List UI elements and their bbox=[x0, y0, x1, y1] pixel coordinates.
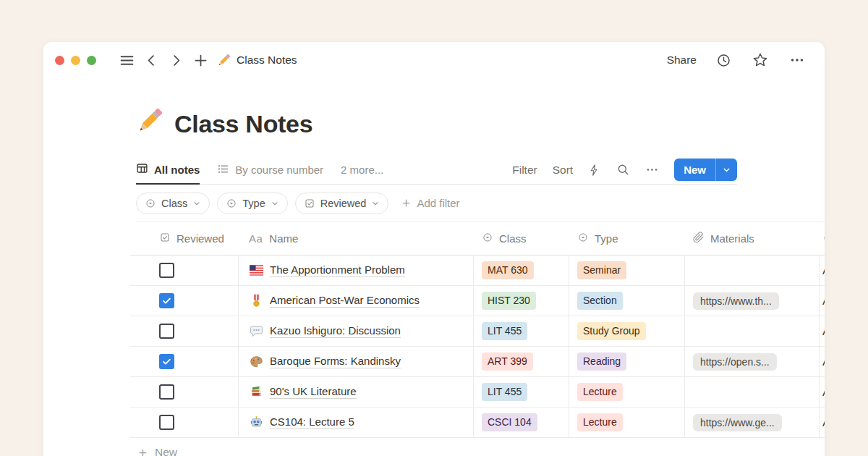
view-options-icon[interactable] bbox=[645, 163, 659, 177]
page-name-link[interactable]: 90's UK Literature bbox=[270, 385, 357, 399]
materials-link[interactable]: https://www.th... bbox=[693, 292, 779, 310]
materials-cell[interactable]: https://www.th... bbox=[685, 286, 820, 316]
back-icon[interactable] bbox=[141, 50, 161, 70]
add-filter-button[interactable]: Add filter bbox=[401, 197, 459, 209]
filter-chip-class[interactable]: Class bbox=[136, 193, 210, 214]
type-cell[interactable]: Seminar bbox=[569, 256, 685, 285]
reviewed-checkbox[interactable] bbox=[159, 415, 174, 430]
column-label: Class bbox=[499, 232, 527, 245]
select-property-icon bbox=[822, 232, 825, 246]
reviewed-checkbox[interactable] bbox=[159, 384, 174, 400]
materials-link[interactable]: https://open.s... bbox=[693, 353, 777, 371]
new-row-button[interactable]: New bbox=[130, 438, 825, 456]
breadcrumb[interactable]: Class Notes bbox=[216, 53, 297, 67]
name-cell[interactable]: 90's UK Literature bbox=[239, 377, 474, 407]
filter-chip-type[interactable]: Type bbox=[217, 193, 287, 214]
column-header-class[interactable]: Class bbox=[474, 222, 569, 255]
reviewed-cell bbox=[130, 408, 239, 437]
materials-cell[interactable] bbox=[685, 377, 820, 407]
table-row[interactable]: Kazuo Ishiguro: Discussion LIT 455 Study… bbox=[130, 316, 825, 347]
class-cell[interactable]: ART 399 bbox=[474, 347, 569, 376]
sort-button[interactable]: Sort bbox=[553, 164, 573, 177]
page-name-link[interactable]: The Apportionment Problem bbox=[270, 263, 405, 277]
page-name-link[interactable]: American Post-War Economics bbox=[270, 294, 420, 308]
more-options-icon[interactable] bbox=[787, 50, 807, 70]
new-row-label: New bbox=[155, 446, 177, 456]
type-cell[interactable]: Lecture bbox=[569, 377, 685, 407]
name-cell[interactable]: CS104: Lecture 5 bbox=[239, 408, 474, 437]
class-tag: LIT 455 bbox=[482, 383, 527, 400]
class-cell[interactable]: CSCI 104 bbox=[474, 408, 569, 437]
class-cell[interactable]: HIST 230 bbox=[474, 286, 569, 316]
reviewed-checkbox[interactable] bbox=[159, 263, 174, 278]
page-title-text: Class Notes bbox=[174, 110, 312, 138]
favorite-star-icon[interactable] bbox=[750, 50, 770, 70]
table-row[interactable]: American Post-War Economics HIST 230 Sec… bbox=[130, 286, 825, 316]
reviewed-cell bbox=[130, 377, 239, 407]
clipped-cell: A bbox=[820, 347, 825, 376]
class-cell[interactable]: LIT 455 bbox=[474, 316, 569, 346]
forward-icon[interactable] bbox=[166, 50, 186, 70]
type-cell[interactable]: Section bbox=[569, 286, 685, 316]
chevron-down-icon bbox=[371, 199, 380, 208]
materials-cell[interactable]: https://open.s... bbox=[685, 347, 820, 376]
filter-button[interactable]: Filter bbox=[512, 164, 537, 177]
column-header-materials[interactable]: Materials bbox=[685, 222, 820, 255]
new-tab-icon[interactable] bbox=[190, 50, 210, 70]
share-button[interactable]: Share bbox=[667, 54, 697, 67]
zoom-window-button[interactable] bbox=[87, 56, 96, 65]
clipped-text: A bbox=[822, 355, 825, 368]
chevron-down-icon bbox=[192, 199, 201, 208]
page-title: Class Notes bbox=[136, 107, 825, 140]
page-name-link[interactable]: Baroque Forms: Kandinsky bbox=[270, 355, 401, 368]
tab-more-views[interactable]: 2 more... bbox=[341, 156, 383, 184]
tab-all-notes[interactable]: All notes bbox=[136, 156, 200, 185]
name-cell[interactable]: The Apportionment Problem bbox=[239, 256, 474, 285]
name-cell[interactable]: Baroque Forms: Kandinsky bbox=[239, 347, 474, 376]
tab-label: All notes bbox=[154, 164, 200, 176]
type-cell[interactable]: Study Group bbox=[569, 316, 685, 346]
table-row[interactable]: 90's UK Literature LIT 455 Lecture A bbox=[130, 377, 825, 408]
minimize-window-button[interactable] bbox=[71, 56, 80, 65]
column-header-reviewed[interactable]: Reviewed bbox=[130, 222, 239, 255]
page-name-link[interactable]: CS104: Lecture 5 bbox=[270, 415, 354, 429]
automation-lightning-icon[interactable] bbox=[588, 164, 601, 177]
name-cell[interactable]: Kazuo Ishiguro: Discussion bbox=[239, 316, 474, 346]
new-button[interactable]: New bbox=[674, 159, 737, 181]
table-row[interactable]: CS104: Lecture 5 CSCI 104 Lecture https:… bbox=[130, 408, 825, 438]
table-row[interactable]: Baroque Forms: Kandinsky ART 399 Reading… bbox=[130, 347, 825, 377]
materials-cell[interactable] bbox=[685, 256, 820, 285]
new-button-label[interactable]: New bbox=[674, 159, 715, 181]
materials-cell[interactable] bbox=[685, 316, 820, 346]
class-cell[interactable]: LIT 455 bbox=[474, 377, 569, 407]
materials-cell[interactable]: https://www.ge... bbox=[685, 408, 820, 437]
search-icon[interactable] bbox=[616, 163, 630, 177]
filter-chip-reviewed[interactable]: Reviewed bbox=[295, 193, 389, 214]
type-tag: Reading bbox=[577, 352, 626, 370]
reviewed-checkbox[interactable] bbox=[159, 293, 174, 308]
tab-by-course-number[interactable]: By course number bbox=[217, 156, 323, 184]
type-tag: Lecture bbox=[577, 413, 623, 431]
column-label: Type bbox=[595, 232, 618, 245]
clipped-text: A bbox=[822, 295, 825, 307]
close-window-button[interactable] bbox=[55, 56, 64, 65]
materials-link[interactable]: https://www.ge... bbox=[693, 414, 782, 431]
type-cell[interactable]: Lecture bbox=[569, 408, 685, 437]
class-cell[interactable]: MAT 630 bbox=[474, 256, 569, 285]
reviewed-checkbox[interactable] bbox=[159, 324, 174, 339]
table-view-icon bbox=[136, 162, 148, 177]
column-header-name[interactable]: Aa Name bbox=[239, 222, 474, 255]
name-cell[interactable]: American Post-War Economics bbox=[239, 286, 474, 316]
table-row[interactable]: The Apportionment Problem MAT 630 Semina… bbox=[130, 256, 825, 286]
clock-icon[interactable] bbox=[713, 50, 733, 70]
sidebar-menu-icon[interactable] bbox=[116, 50, 137, 70]
page-name-link[interactable]: Kazuo Ishiguro: Discussion bbox=[270, 324, 401, 338]
reviewed-checkbox[interactable] bbox=[159, 354, 174, 369]
text-property-icon: Aa bbox=[249, 232, 263, 245]
column-header-clipped[interactable] bbox=[820, 222, 825, 255]
new-dropdown-icon[interactable] bbox=[715, 159, 737, 181]
type-cell[interactable]: Reading bbox=[569, 347, 685, 376]
select-property-icon bbox=[226, 198, 237, 209]
column-header-type[interactable]: Type bbox=[569, 222, 685, 255]
clipped-text: A bbox=[822, 386, 825, 398]
